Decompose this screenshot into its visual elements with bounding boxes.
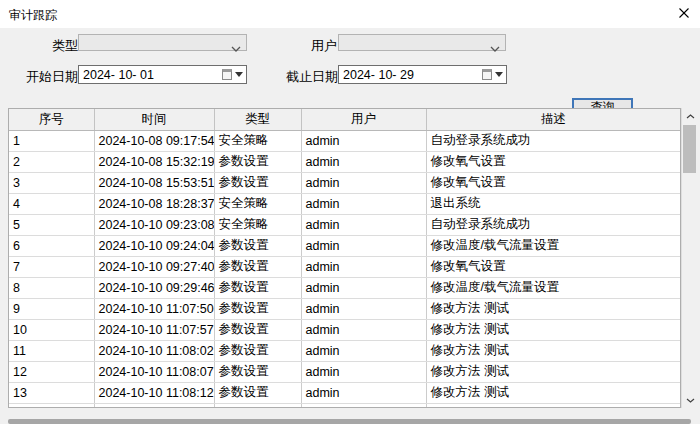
table-cell-user: admin bbox=[301, 172, 426, 193]
table-cell-user: admin bbox=[301, 256, 426, 277]
horizontal-scrollbar-thumb[interactable] bbox=[8, 419, 691, 424]
table-cell-description: 自动登录系统成功 bbox=[426, 130, 681, 151]
table-cell-user: admin bbox=[301, 235, 426, 256]
table-cell-time: 2024-10-08 15:53:51 bbox=[94, 172, 214, 193]
end-date-value: 2024- 10- 29 bbox=[343, 68, 414, 82]
table-row[interactable]: 3 2024-10-08 15:53:51 参数设置 admin 修改氧气设置 bbox=[9, 172, 681, 193]
table-row[interactable]: 7 2024-10-10 09:27:40 参数设置 admin 修改氧气设置 bbox=[9, 256, 681, 277]
audit-table: 序号 时间 类型 用户 描述 1 2024-10-08 09:17:54 安全策… bbox=[8, 108, 681, 408]
chevron-down-icon bbox=[231, 40, 241, 55]
start-date-input[interactable]: 2024- 10- 01 bbox=[78, 65, 247, 84]
table-cell-user: admin bbox=[301, 277, 426, 298]
column-header-time[interactable]: 时间 bbox=[94, 109, 214, 130]
table-cell-time: 2024-10-10 11:07:57 bbox=[94, 319, 214, 340]
table-cell-time: 2024-10-10 11:08:07 bbox=[94, 361, 214, 382]
table-cell-time: 2024-10-10 11:08:12 bbox=[94, 382, 214, 403]
close-button[interactable] bbox=[673, 2, 695, 24]
table-row-partial[interactable] bbox=[9, 403, 681, 408]
end-date-picker-button[interactable] bbox=[479, 68, 503, 81]
table-cell-time: 2024-10-10 11:08:02 bbox=[94, 340, 214, 361]
table-cell-index: 3 bbox=[9, 172, 94, 193]
table-row[interactable]: 12 2024-10-10 11:08:07 参数设置 admin 修改方法 测… bbox=[9, 361, 681, 382]
table-cell-time bbox=[94, 403, 214, 408]
table-cell-type: 参数设置 bbox=[214, 172, 301, 193]
table-cell-type: 参数设置 bbox=[214, 277, 301, 298]
table-cell-index: 1 bbox=[9, 130, 94, 151]
table-row[interactable]: 11 2024-10-10 11:08:02 参数设置 admin 修改方法 测… bbox=[9, 340, 681, 361]
type-combobox[interactable] bbox=[78, 34, 247, 51]
table-cell-description: 修改方法 测试 bbox=[426, 340, 681, 361]
table-cell-index: 10 bbox=[9, 319, 94, 340]
table-cell-index: 8 bbox=[9, 277, 94, 298]
table-row[interactable]: 13 2024-10-10 11:08:12 参数设置 admin 修改方法 测… bbox=[9, 382, 681, 403]
table-cell-type: 参数设置 bbox=[214, 340, 301, 361]
table-cell-time: 2024-10-10 09:29:46 bbox=[94, 277, 214, 298]
scroll-up-arrow-icon[interactable] bbox=[682, 108, 698, 124]
start-date-picker-button[interactable] bbox=[219, 68, 243, 81]
table-cell-user bbox=[301, 403, 426, 408]
user-label: 用户 bbox=[311, 37, 337, 55]
table-cell-index: 12 bbox=[9, 361, 94, 382]
table-row[interactable]: 5 2024-10-10 09:23:08 安全策略 admin 自动登录系统成… bbox=[9, 214, 681, 235]
table-cell-description: 修改温度/载气流量设置 bbox=[426, 235, 681, 256]
table-cell-user: admin bbox=[301, 298, 426, 319]
table-cell-description: 修改方法 测试 bbox=[426, 298, 681, 319]
table-cell-index bbox=[9, 403, 94, 408]
table-cell-type: 参数设置 bbox=[214, 256, 301, 277]
end-date-label: 截止日期 bbox=[286, 68, 338, 86]
vertical-scrollbar-thumb[interactable] bbox=[683, 125, 696, 173]
type-label: 类型 bbox=[52, 37, 78, 55]
table-cell-user: admin bbox=[301, 130, 426, 151]
table-cell-type: 参数设置 bbox=[214, 382, 301, 403]
table-cell-index: 4 bbox=[9, 193, 94, 214]
table-row[interactable]: 4 2024-10-08 18:28:37 安全策略 admin 退出系统 bbox=[9, 193, 681, 214]
table-cell-description: 修改方法 测试 bbox=[426, 319, 681, 340]
dropdown-arrow-icon bbox=[495, 72, 503, 77]
column-header-user[interactable]: 用户 bbox=[301, 109, 426, 130]
table-header-row: 序号 时间 类型 用户 描述 bbox=[9, 109, 681, 130]
table-row[interactable]: 1 2024-10-08 09:17:54 安全策略 admin 自动登录系统成… bbox=[9, 130, 681, 151]
table-cell-type: 参数设置 bbox=[214, 361, 301, 382]
scroll-down-arrow-icon[interactable] bbox=[682, 392, 698, 408]
table-row[interactable]: 6 2024-10-10 09:24:04 参数设置 admin 修改温度/载气… bbox=[9, 235, 681, 256]
table-cell-index: 6 bbox=[9, 235, 94, 256]
table-row[interactable]: 9 2024-10-10 11:07:50 参数设置 admin 修改方法 测试 bbox=[9, 298, 681, 319]
table-cell-user: admin bbox=[301, 382, 426, 403]
table-cell-time: 2024-10-08 15:32:19 bbox=[94, 151, 214, 172]
table-cell-index: 11 bbox=[9, 340, 94, 361]
calendar-icon bbox=[222, 69, 232, 80]
table-row[interactable]: 8 2024-10-10 09:29:46 参数设置 admin 修改温度/载气… bbox=[9, 277, 681, 298]
table-cell-time: 2024-10-08 09:17:54 bbox=[94, 130, 214, 151]
table-cell-description bbox=[426, 403, 681, 408]
table-cell-type: 参数设置 bbox=[214, 235, 301, 256]
table-cell-time: 2024-10-10 09:24:04 bbox=[94, 235, 214, 256]
calendar-icon bbox=[482, 69, 492, 80]
table-row[interactable]: 2 2024-10-08 15:32:19 参数设置 admin 修改氧气设置 bbox=[9, 151, 681, 172]
titlebar: 审计跟踪 bbox=[0, 0, 700, 28]
table-cell-description: 修改方法 测试 bbox=[426, 361, 681, 382]
table-cell-index: 5 bbox=[9, 214, 94, 235]
table-cell-time: 2024-10-10 11:07:50 bbox=[94, 298, 214, 319]
user-combobox[interactable] bbox=[338, 34, 506, 51]
column-header-description[interactable]: 描述 bbox=[426, 109, 681, 130]
table-cell-type: 参数设置 bbox=[214, 151, 301, 172]
table-cell-user: admin bbox=[301, 214, 426, 235]
table-cell-type: 安全策略 bbox=[214, 193, 301, 214]
table-cell-description: 修改氧气设置 bbox=[426, 151, 681, 172]
table-cell-user: admin bbox=[301, 340, 426, 361]
window-title: 审计跟踪 bbox=[9, 7, 57, 24]
dropdown-arrow-icon bbox=[235, 72, 243, 77]
table-cell-user: admin bbox=[301, 319, 426, 340]
table-cell-time: 2024-10-08 18:28:37 bbox=[94, 193, 214, 214]
vertical-scrollbar[interactable] bbox=[681, 108, 697, 408]
table-cell-type: 参数设置 bbox=[214, 298, 301, 319]
end-date-input[interactable]: 2024- 10- 29 bbox=[338, 65, 507, 84]
table-cell-type: 安全策略 bbox=[214, 130, 301, 151]
column-header-index[interactable]: 序号 bbox=[9, 109, 94, 130]
chevron-down-icon bbox=[490, 40, 500, 55]
table-cell-description: 修改方法 测试 bbox=[426, 382, 681, 403]
table-cell-index: 7 bbox=[9, 256, 94, 277]
table-cell-description: 退出系统 bbox=[426, 193, 681, 214]
table-row[interactable]: 10 2024-10-10 11:07:57 参数设置 admin 修改方法 测… bbox=[9, 319, 681, 340]
column-header-type[interactable]: 类型 bbox=[214, 109, 301, 130]
